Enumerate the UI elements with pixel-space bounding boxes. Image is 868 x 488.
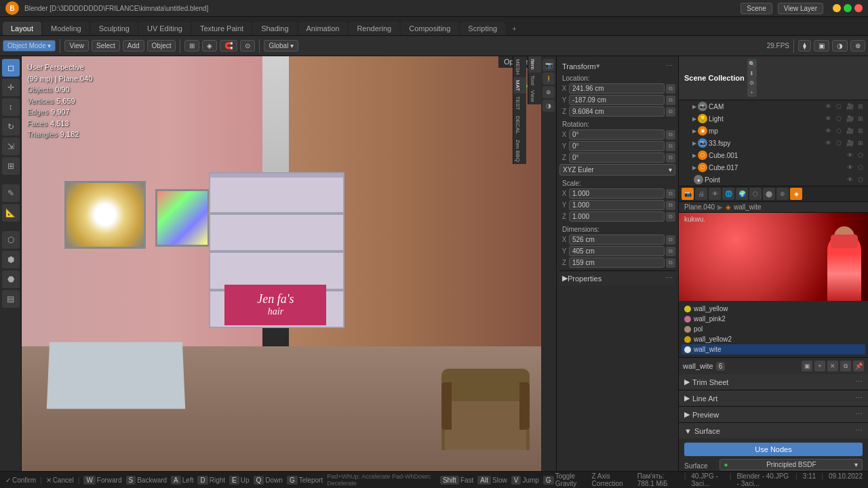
surface-type-dropdown[interactable]: ● Principled BSDF ▾ — [719, 459, 863, 470]
scale-x-input[interactable]: 1.000 — [569, 188, 665, 199]
loc-x-copy[interactable]: ⧉ — [666, 84, 675, 94]
add-collection-icon[interactable]: + — [747, 87, 757, 97]
render-preview-btn[interactable]: ◑ — [542, 100, 555, 112]
cam-vis-2[interactable]: ⬡ — [834, 102, 844, 111]
scale-z-copy[interactable]: ⧉ — [666, 212, 675, 222]
view-menu[interactable]: View — [64, 40, 89, 52]
win-close[interactable] — [854, 4, 863, 12]
rot-z-input[interactable]: 0° — [569, 152, 665, 163]
loc-z-copy[interactable]: ⧉ — [666, 107, 675, 117]
scale-y-input[interactable]: 1.000 — [569, 200, 665, 210]
use-nodes-btn[interactable]: Use Nodes — [684, 443, 863, 456]
tab-texture-paint[interactable]: Texture Paint — [192, 22, 252, 35]
mode-selector[interactable]: Object Mode ▾ — [3, 40, 56, 52]
object-tool-1[interactable]: ⬡ — [2, 231, 20, 249]
preview-options[interactable]: ⋯ — [855, 410, 863, 419]
transform-global[interactable]: ⊞ — [184, 40, 199, 52]
prop-icon-world[interactable]: 🌍 — [736, 188, 748, 200]
view-options-icon[interactable]: ⚙ — [747, 78, 757, 87]
tab-compositing[interactable]: Compositing — [401, 22, 458, 35]
dim-x-input[interactable]: 526 cm — [569, 235, 665, 245]
dim-z-input[interactable]: 159 cm — [569, 258, 665, 268]
win-maximize[interactable] — [844, 4, 852, 12]
light-vis-1[interactable]: 👁 — [823, 114, 833, 123]
fspy-vis-2[interactable]: ⬡ — [834, 138, 844, 148]
prop-icon-output[interactable]: 🖨 — [695, 188, 707, 200]
proportional-edit[interactable]: ⊙ — [240, 40, 255, 52]
scene-select-header[interactable]: Scene — [741, 3, 772, 14]
side-tab-test[interactable]: TEST — [513, 94, 526, 113]
snapping[interactable]: 🧲 — [220, 40, 237, 52]
prop-icon-scene[interactable]: 🌐 — [722, 188, 734, 200]
tab-item[interactable]: Item — [528, 56, 541, 73]
pivot-btn[interactable]: ⊕ — [542, 86, 555, 98]
win-minimize[interactable] — [833, 4, 841, 12]
tab-modeling[interactable]: Modeling — [43, 22, 90, 35]
tree-item-cube001[interactable]: ▶ ⬡ Cube.001 👁 ⬡ — [679, 149, 868, 161]
tab-layout[interactable]: Layout — [3, 22, 41, 35]
mp-vis-4[interactable]: ⊞ — [856, 126, 865, 136]
object-menu[interactable]: Object — [147, 40, 176, 52]
mat-browse-btn[interactable]: ▣ — [802, 361, 812, 371]
loc-y-input[interactable]: -187.09 cm — [569, 95, 665, 105]
dim-y-copy[interactable]: ⧉ — [666, 247, 675, 256]
select-menu[interactable]: Select — [92, 40, 120, 52]
rot-z-copy[interactable]: ⧉ — [666, 153, 675, 163]
walkmode-btn[interactable]: 🚶 — [542, 73, 555, 85]
transform-tool[interactable]: ⊞ — [2, 157, 20, 175]
xray-toggle[interactable]: ▣ — [814, 40, 829, 52]
dim-y-input[interactable]: 405 cm — [569, 246, 665, 256]
side-tab-zenbq[interactable]: Zen BBQ — [513, 137, 526, 165]
tree-item-fspy[interactable]: ▶ 📷 33.fspy 👁 ⬡ 🎥 ⊞ — [679, 137, 868, 149]
side-tab-decal[interactable]: DECAL — [513, 113, 526, 137]
mat-item-wall-pink2[interactable]: wall_pink2 — [682, 314, 865, 324]
tree-item-light[interactable]: ▶ 💡 Light 👁 ⬡ 🎥 ⊞ — [679, 113, 868, 125]
cube017-vis-2[interactable]: ⬡ — [856, 163, 865, 172]
cam-vis-3[interactable]: 🎥 — [845, 102, 854, 111]
prop-icon-physics[interactable]: ⊕ — [776, 188, 789, 200]
trim-sheet-options[interactable]: ⋯ — [855, 378, 863, 386]
scale-z-input[interactable]: 1.000 — [569, 211, 665, 222]
tab-sculpting[interactable]: Sculpting — [91, 22, 138, 35]
prop-icon-render[interactable]: 📷 — [682, 188, 694, 200]
cursor-tool[interactable]: ✛ — [2, 79, 20, 96]
tab-add[interactable]: + — [507, 22, 521, 35]
filter-icon[interactable]: 🔍 — [747, 59, 757, 68]
prop-icon-material[interactable]: ◈ — [790, 188, 802, 200]
mat-item-wall-wite[interactable]: wall_wite — [682, 344, 865, 354]
tab-tool[interactable]: Tool — [528, 73, 541, 88]
cube017-vis-1[interactable]: 👁 — [845, 163, 854, 172]
shading-mode[interactable]: ◑ — [832, 40, 848, 52]
tab-view[interactable]: View — [528, 87, 541, 104]
pivot-point[interactable]: ◈ — [202, 40, 217, 52]
side-tab-mat[interactable]: MAT — [513, 77, 526, 94]
rot-x-copy[interactable]: ⧉ — [666, 130, 675, 140]
annotate-tool[interactable]: ✎ — [2, 184, 20, 202]
light-vis-3[interactable]: 🎥 — [845, 114, 854, 123]
dim-x-copy[interactable]: ⧉ — [666, 235, 675, 245]
mat-item-wall-yellow2[interactable]: wall_yellow2 — [682, 334, 865, 344]
tree-item-point[interactable]: ● Point 👁 ⬡ — [679, 174, 868, 186]
properties-section[interactable]: ▶ Properties ⋯ — [559, 270, 675, 285]
view-cam-btn[interactable]: 📷 — [542, 59, 555, 71]
tab-animation[interactable]: Animation — [298, 22, 348, 35]
rot-y-input[interactable]: 0° — [569, 141, 665, 151]
sort-icon[interactable]: ⬇ — [747, 68, 757, 78]
transform-options-icon[interactable]: ⋯ — [665, 62, 673, 70]
cube001-vis-2[interactable]: ⬡ — [856, 150, 865, 160]
line-art-options[interactable]: ⋯ — [855, 394, 863, 403]
scale-tool[interactable]: ⇲ — [2, 138, 20, 155]
viewport-overlays[interactable]: ⧫ — [798, 40, 811, 52]
light-vis-2[interactable]: ⬡ — [834, 114, 844, 123]
scale-y-copy[interactable]: ⧉ — [666, 201, 675, 210]
prop-icon-object[interactable]: ⬡ — [749, 188, 762, 200]
point-vis-1[interactable]: 👁 — [845, 175, 854, 184]
prop-icon-particles[interactable]: ⬤ — [763, 188, 775, 200]
prop-icon-view[interactable]: 👁 — [709, 188, 721, 200]
fspy-vis-1[interactable]: 👁 — [823, 138, 833, 148]
mat-copy-btn[interactable]: ⧉ — [840, 361, 851, 371]
tree-item-mp[interactable]: ▶ ▣ mp 👁 ⬡ 🎥 ⊞ — [679, 125, 868, 137]
status-cancel[interactable]: ✕ Cancel — [46, 476, 74, 484]
rot-x-input[interactable]: 0° — [569, 129, 665, 140]
mp-vis-2[interactable]: ⬡ — [834, 126, 844, 136]
